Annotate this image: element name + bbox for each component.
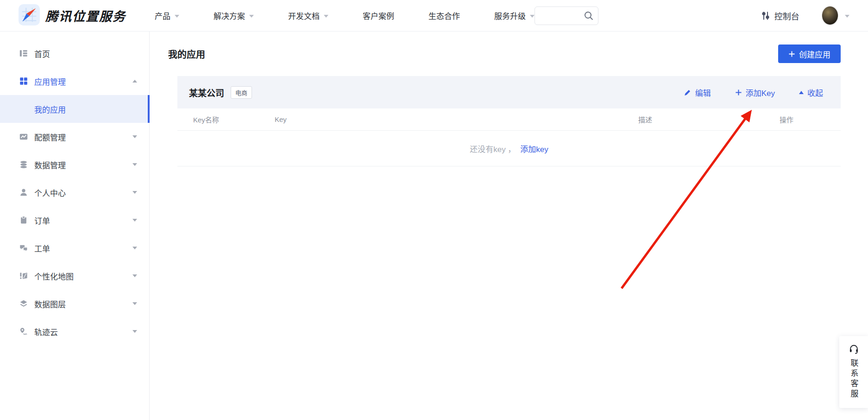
app-name: 某某公司 [189, 86, 224, 99]
column-header-key: Key [275, 115, 638, 123]
sidebar-item-my-apps[interactable]: 我的应用 [0, 95, 149, 123]
nav-label: 服务升级 [494, 10, 526, 21]
plus-icon [788, 51, 795, 57]
chevron-down-icon [132, 135, 137, 138]
page-title: 我的应用 [168, 47, 205, 61]
user-avatar[interactable] [822, 6, 838, 25]
ticket-chat-icon [19, 243, 29, 253]
chevron-up-icon [799, 91, 804, 94]
contact-support-widget[interactable]: 联系客服 [839, 336, 868, 408]
empty-state-text: 还没有key ， [470, 143, 516, 154]
sidebar-item-custom-map[interactable]: 个性化地图 [0, 262, 149, 290]
sidebar-item-data-layers[interactable]: 数据图层 [0, 290, 149, 318]
chevron-down-icon [132, 191, 137, 194]
nav-item-cases[interactable]: 客户案例 [363, 10, 394, 21]
home-list-icon [19, 48, 29, 58]
sidebar-item-label: 首页 [34, 48, 50, 59]
chevron-down-icon [249, 15, 254, 18]
brand-logo[interactable]: 腾讯位置服务 [19, 4, 126, 27]
chevron-down-icon [530, 15, 535, 18]
nav-item-upgrade[interactable]: 服务升级 [494, 10, 535, 21]
grid-icon [19, 76, 29, 86]
chevron-down-icon [132, 219, 137, 222]
console-label: 控制台 [774, 10, 799, 22]
nav-item-ecosystem[interactable]: 生态合作 [428, 10, 460, 21]
chevron-down-icon [132, 163, 137, 166]
search-box [535, 6, 598, 25]
sidebar: 首页 应用管理 我的应用 [0, 32, 150, 420]
add-key-link[interactable]: 添加key [520, 143, 548, 154]
nav-label: 生态合作 [428, 10, 460, 21]
sliders-icon [761, 11, 771, 21]
main-content: 我的应用 创建应用 某某公司 电商 编辑 [150, 32, 868, 420]
add-key-label: 添加Key [746, 87, 775, 98]
create-app-label: 创建应用 [799, 48, 830, 60]
collapse-label: 收起 [807, 87, 823, 98]
sidebar-item-label: 个性化地图 [34, 270, 74, 282]
sidebar-item-label: 我的应用 [34, 103, 66, 115]
sidebar-item-label: 轨迹云 [34, 326, 58, 337]
nav-item-docs[interactable]: 开发文档 [288, 10, 328, 21]
brand-title: 腾讯位置服务 [45, 6, 126, 25]
nav-label: 解决方案 [214, 10, 245, 21]
quota-chart-icon [19, 132, 29, 142]
edit-label: 编辑 [695, 87, 711, 98]
nav-label: 产品 [155, 10, 170, 21]
create-app-button[interactable]: 创建应用 [778, 45, 841, 63]
headset-icon [849, 344, 859, 354]
add-key-button[interactable]: 添加Key [735, 87, 775, 98]
sidebar-item-app-management[interactable]: 应用管理 [0, 67, 149, 95]
track-pin-icon [19, 326, 29, 337]
sidebar-item-label: 个人中心 [34, 187, 66, 198]
contact-support-label: 联系客服 [848, 359, 860, 400]
sidebar-item-orders[interactable]: 订单 [0, 206, 149, 234]
app-card: 某某公司 电商 编辑 添加Key [177, 76, 841, 166]
database-icon [19, 159, 29, 170]
sidebar-item-track-cloud[interactable]: 轨迹云 [0, 318, 149, 345]
search-icon[interactable] [584, 11, 594, 23]
console-button[interactable]: 控制台 [761, 10, 799, 22]
layers-icon [19, 299, 29, 309]
sidebar-item-label: 数据图层 [34, 298, 66, 310]
user-icon [19, 187, 29, 197]
nav-item-products[interactable]: 产品 [155, 10, 179, 21]
sidebar-item-quota[interactable]: 配额管理 [0, 123, 149, 151]
chevron-down-icon [324, 15, 328, 18]
sidebar-item-data-management[interactable]: 数据管理 [0, 151, 149, 178]
chevron-down-icon [175, 15, 179, 18]
sidebar-item-label: 应用管理 [34, 76, 66, 87]
app-category-badge: 电商 [231, 86, 252, 99]
nav-item-solutions[interactable]: 解决方案 [214, 10, 254, 21]
sidebar-item-tickets[interactable]: 工单 [0, 234, 149, 262]
edit-app-button[interactable]: 编辑 [684, 87, 711, 98]
empty-key-row: 还没有key ， 添加key [177, 131, 841, 166]
column-header-description: 描述 [638, 115, 780, 124]
nav-label: 开发文档 [288, 10, 320, 21]
custom-map-icon [19, 271, 29, 281]
sidebar-item-label: 工单 [34, 242, 50, 254]
nav-label: 客户案例 [363, 10, 394, 21]
sidebar-item-personal-center[interactable]: 个人中心 [0, 178, 149, 206]
topbar: 腾讯位置服务 产品 解决方案 开发文档 客户案例 生态合作 服务升级 [0, 0, 868, 32]
column-header-key-name: Key名称 [193, 115, 275, 124]
sidebar-item-label: 订单 [34, 215, 50, 226]
user-menu-chevron-icon[interactable] [845, 15, 849, 18]
plus-icon [735, 89, 742, 96]
column-header-operation: 操作 [780, 115, 841, 124]
pencil-icon [684, 89, 692, 96]
order-clipboard-icon [19, 215, 29, 225]
chevron-down-icon [132, 302, 137, 305]
chevron-up-icon [132, 80, 137, 83]
chevron-down-icon [132, 247, 137, 249]
sidebar-item-label: 数据管理 [34, 159, 66, 171]
compass-logo-icon [19, 4, 40, 27]
chevron-down-icon [132, 330, 137, 333]
key-table-header: Key名称 Key 描述 操作 [177, 108, 841, 131]
top-navigation: 产品 解决方案 开发文档 客户案例 生态合作 服务升级 [155, 10, 535, 21]
app-card-header: 某某公司 电商 编辑 添加Key [177, 76, 841, 108]
chevron-down-icon [132, 274, 137, 277]
sidebar-item-label: 配额管理 [34, 131, 66, 143]
sidebar-item-home[interactable]: 首页 [0, 39, 149, 67]
collapse-card-button[interactable]: 收起 [799, 87, 823, 98]
